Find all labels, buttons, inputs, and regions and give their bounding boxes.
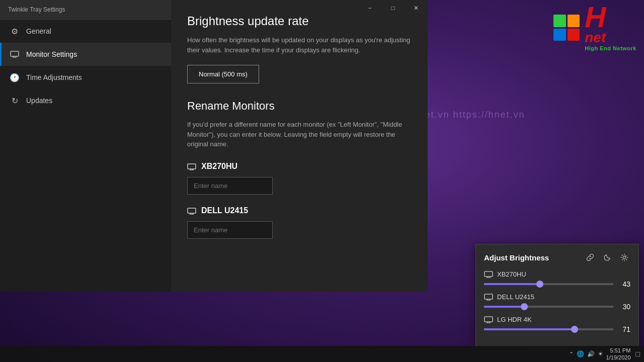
sq-red <box>568 29 580 41</box>
monitor-icon <box>10 50 19 59</box>
popup-monitor-3-slider-row: 71 <box>484 325 630 333</box>
maximize-button[interactable]: □ <box>381 0 405 16</box>
sq-green <box>553 15 566 27</box>
sidebar-item-monitor-settings[interactable]: Monitor Settings <box>0 43 171 66</box>
monitor-1-icon <box>187 161 196 172</box>
svg-rect-8 <box>188 208 196 213</box>
moon-icon[interactable] <box>601 251 613 263</box>
popup-monitor-2-slider-row: 30 <box>484 303 630 311</box>
taskbar-clock[interactable]: 5:51 PM 1/19/2020 <box>606 347 631 361</box>
sidebar-item-time-adjustments[interactable]: 🕐 Time Adjustments <box>0 66 171 89</box>
clock-icon: 🕐 <box>10 73 19 82</box>
link-icon[interactable] <box>584 251 596 263</box>
monitor-2-icon <box>187 206 196 216</box>
main-content: − □ ✕ Brightness update rate How often t… <box>171 0 428 292</box>
hnet-h-letter: H <box>585 4 636 30</box>
minimize-button[interactable]: − <box>358 0 381 16</box>
close-button[interactable]: ✕ <box>405 0 428 16</box>
popup-title: Adjust Brightness <box>484 253 549 262</box>
popup-monitor-2-name: DELL U2415 <box>497 293 534 301</box>
brightness-update-title: Brightness update rate <box>187 14 412 28</box>
taskbar-time-display: 5:51 PM <box>606 347 631 354</box>
popup-monitor-3-label-row: LG HDR 4K <box>484 316 630 323</box>
popup-monitor-1-name: XB270HU <box>497 270 526 278</box>
popup-monitor-2: DELL U2415 30 <box>484 293 630 311</box>
refresh-icon: ↻ <box>10 96 19 105</box>
settings-sidebar: Twinkle Tray Settings ⚙ General Monitor … <box>0 0 171 292</box>
monitor-xb270hu-label: XB270HU <box>187 161 412 172</box>
monitor-2-name-input[interactable] <box>187 221 273 239</box>
popup-monitor-1: XB270HU 43 <box>484 270 630 288</box>
popup-monitor-2-icon <box>484 294 493 301</box>
popup-monitor-3-name: LG HDR 4K <box>497 316 532 323</box>
svg-rect-0 <box>11 51 19 56</box>
chevron-up-icon[interactable]: ⌃ <box>569 351 574 357</box>
monitor-dell-label: DELL U2415 <box>187 206 412 216</box>
settings-window: Twinkle Tray Settings ⚙ General Monitor … <box>0 0 428 292</box>
popup-header: Adjust Brightness <box>484 251 630 263</box>
popup-monitor-2-value: 30 <box>617 303 630 311</box>
svg-rect-4 <box>188 164 196 169</box>
taskbar-brightness-icon[interactable]: ☀ <box>598 350 603 357</box>
popup-monitor-1-label-row: XB270HU <box>484 270 630 278</box>
hnet-squares-icon <box>553 15 580 41</box>
popup-monitor-2-slider[interactable] <box>484 306 613 308</box>
popup-monitor-3-slider[interactable] <box>484 328 613 330</box>
speaker-icon: 🔊 <box>587 350 595 357</box>
app-title: Twinkle Tray Settings <box>0 0 171 20</box>
hnet-logo: H net High End Network <box>498 0 644 55</box>
sidebar-item-updates[interactable]: ↻ Updates <box>0 89 171 112</box>
gear-icon: ⚙ <box>10 27 19 36</box>
svg-rect-17 <box>485 294 493 299</box>
popup-monitor-1-slider-row: 43 <box>484 280 630 288</box>
popup-monitor-3-icon <box>484 316 493 323</box>
rename-monitors-desc: If you'd prefer a different name for eac… <box>187 120 412 149</box>
popup-monitor-1-icon <box>484 271 493 278</box>
monitor-1-name: XB270HU <box>201 162 237 171</box>
taskbar-system-icons: ⌃ 🌐 🔊 ☀ <box>569 350 603 357</box>
sq-orange <box>568 15 580 27</box>
hnet-net-text: net <box>585 31 636 45</box>
brightness-update-desc: How often the brightness will be updated… <box>187 35 412 55</box>
taskbar-date-display: 1/19/2020 <box>606 354 631 361</box>
rename-monitors-title: Rename Monitors <box>187 100 412 113</box>
sidebar-label-monitor-settings: Monitor Settings <box>26 50 77 58</box>
window-controls: − □ ✕ <box>358 0 428 16</box>
popup-monitor-2-label-row: DELL U2415 <box>484 293 630 301</box>
popup-monitor-3-value: 71 <box>617 325 630 333</box>
popup-monitor-3: LG HDR 4K 71 <box>484 316 630 333</box>
brightness-popup: Adjust Brightness <box>475 244 639 347</box>
popup-monitor-1-slider[interactable] <box>484 283 613 285</box>
svg-rect-13 <box>485 272 493 277</box>
hnet-text-block: H net High End Network <box>585 4 636 51</box>
taskbar: ⌃ 🌐 🔊 ☀ 5:51 PM 1/19/2020 □ <box>0 346 644 362</box>
settings-icon[interactable] <box>618 251 630 263</box>
popup-monitor-1-value: 43 <box>617 280 630 288</box>
sidebar-label-general: General <box>26 27 51 35</box>
popup-icon-group <box>584 251 630 263</box>
monitor-2-name: DELL U2415 <box>201 206 248 215</box>
rate-button[interactable]: Normal (500 ms) <box>187 65 259 83</box>
sidebar-label-updates: Updates <box>26 97 52 105</box>
hnet-tagline: High End Network <box>585 46 636 51</box>
sidebar-item-general[interactable]: ⚙ General <box>0 20 171 43</box>
monitor-1-name-input[interactable] <box>187 177 273 195</box>
sidebar-label-time-adjustments: Time Adjustments <box>26 73 82 81</box>
network-icon: 🌐 <box>577 350 584 357</box>
notification-center-icon[interactable]: □ <box>636 350 640 358</box>
sq-blue <box>553 29 566 41</box>
svg-rect-21 <box>485 317 493 322</box>
